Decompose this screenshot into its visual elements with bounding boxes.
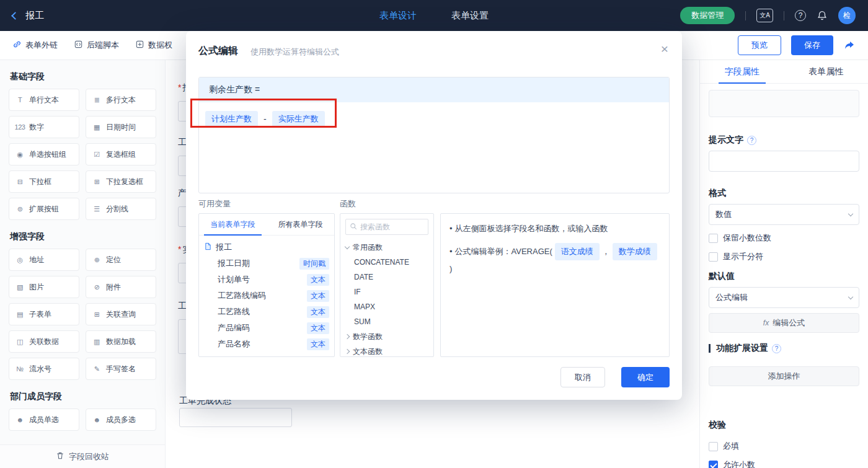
back-group[interactable]: 报工 [12, 10, 44, 22]
field-type-subform[interactable]: ▤子表单 [9, 303, 79, 325]
function-item[interactable]: CONCATENATE [340, 255, 433, 270]
field-type-relation-data[interactable]: ◫关联数据 [9, 330, 79, 353]
function-group-common[interactable]: 常用函数 [340, 240, 433, 255]
field-type-member-single[interactable]: ☻成员单选 [9, 408, 79, 431]
edit-formula-button[interactable]: fx 编辑公式 [709, 313, 859, 333]
tab-all-form-fields[interactable]: 所有表单字段 [267, 214, 334, 235]
tab-form-properties[interactable]: 表单属性 [784, 60, 868, 83]
status-field-input[interactable] [179, 408, 292, 427]
variable-item[interactable]: 产品编码文本 [204, 320, 329, 336]
cancel-button[interactable]: 取消 [560, 367, 605, 387]
form-node[interactable]: 报工 [204, 239, 329, 255]
field-type-label: 子表单 [29, 309, 51, 320]
field-type-single-text[interactable]: T单行文本 [9, 89, 79, 111]
example-field-tag: 数学成绩 [613, 243, 657, 260]
translate-icon[interactable]: 文A [756, 9, 773, 22]
checkbox-unchecked[interactable] [709, 442, 718, 451]
checkbox-unchecked[interactable] [709, 252, 718, 262]
chevron-right-icon [345, 334, 350, 339]
variable-type-badge: 文本 [307, 322, 329, 334]
function-item[interactable]: MAPX [340, 299, 433, 314]
variable-item[interactable]: 工艺路线编码文本 [204, 288, 329, 304]
function-item[interactable]: DATE [340, 270, 433, 285]
format-select[interactable]: 数值 [709, 204, 859, 225]
help-icon[interactable]: ? [795, 10, 806, 21]
allow-decimal-checkbox-row[interactable]: 允许小数 [709, 459, 859, 468]
required-checkbox-row[interactable]: 必填 [709, 441, 859, 452]
required-star: * [178, 82, 181, 92]
field-type-data-load[interactable]: ▥数据加载 [86, 330, 156, 353]
function-group-label: 文本函数 [353, 347, 383, 357]
formula-operand-2[interactable]: 实际生产数 [272, 111, 325, 127]
function-search[interactable] [345, 219, 428, 235]
field-type-datetime[interactable]: ▦日期时间 [86, 116, 156, 138]
checkbox-checked[interactable] [709, 461, 718, 468]
save-button[interactable]: 保存 [791, 35, 833, 55]
variable-item[interactable]: 计划单号文本 [204, 272, 329, 288]
tab-current-form-fields[interactable]: 当前表单字段 [199, 214, 267, 235]
topbar-actions: 数据管理 文A ? 检 [680, 7, 856, 24]
toolbar-item-backend-script[interactable]: 后端脚本 [74, 40, 119, 51]
field-type-location[interactable]: ⊕定位 [86, 249, 156, 271]
function-item[interactable]: SUM [340, 314, 433, 329]
avatar[interactable]: 检 [838, 7, 856, 24]
field-type-label: 分割线 [106, 204, 128, 214]
field-type-checkbox-group[interactable]: ☑复选框组 [86, 143, 156, 166]
field-type-number[interactable]: 123数字 [9, 116, 79, 138]
hint-text-input[interactable] [709, 151, 859, 172]
function-group-text[interactable]: 文本函数 [340, 344, 433, 357]
keep-decimal-checkbox-row[interactable]: 保留小数位数 [709, 232, 859, 244]
help-icon[interactable]: ? [747, 136, 756, 145]
function-group-math[interactable]: 数学函数 [340, 329, 433, 344]
thousand-separator-checkbox-row[interactable]: 显示千分符 [709, 251, 859, 262]
close-icon[interactable]: × [661, 42, 668, 55]
share-icon[interactable] [843, 39, 856, 51]
tab-form-design[interactable]: 表单设计 [379, 10, 417, 22]
field-type-multi-text[interactable]: ≣多行文本 [86, 89, 156, 111]
field-type-serial-number[interactable]: №流水号 [9, 358, 79, 380]
field-type-member-multi[interactable]: ☻成员多选 [86, 408, 156, 431]
variable-type-badge: 时间戳 [299, 258, 329, 270]
field-type-extend-button[interactable]: ⊜扩展按钮 [9, 198, 79, 220]
preview-button[interactable]: 预览 [738, 35, 781, 55]
tab-form-settings[interactable]: 表单设置 [451, 10, 489, 22]
confirm-button[interactable]: 确定 [621, 367, 670, 387]
formula-operand-1[interactable]: 计划生产数 [205, 111, 258, 127]
toolbar-item-external-link[interactable]: 表单外链 [12, 40, 58, 51]
data-manage-button[interactable]: 数据管理 [680, 7, 735, 24]
variables-panel: 当前表单字段 所有表单字段 报工 报工日期时间戳 计划单号文本 工艺路线编码文本… [198, 213, 335, 357]
description-box[interactable] [709, 90, 859, 117]
variable-name: 产品编码 [218, 322, 250, 333]
search-icon [350, 221, 357, 232]
bell-icon[interactable] [817, 10, 828, 21]
field-type-signature[interactable]: ✎手写签名 [86, 358, 156, 380]
back-icon[interactable] [11, 12, 19, 20]
search-input[interactable] [360, 223, 424, 231]
field-type-dropdown-multi[interactable]: ⊞下拉复选框 [86, 170, 156, 193]
help-icon[interactable]: ? [772, 344, 781, 353]
variable-item[interactable]: 产品名称文本 [204, 336, 329, 352]
tab-field-properties[interactable]: 字段属性 [700, 60, 784, 83]
checkbox-unchecked[interactable] [709, 234, 718, 243]
default-value-select[interactable]: 公式编辑 [709, 287, 859, 308]
field-type-label: 日期时间 [106, 122, 136, 133]
function-item[interactable]: IF [340, 285, 433, 299]
field-type-attachment[interactable]: ⊘附件 [86, 276, 156, 298]
add-action-button[interactable]: 添加操作 [709, 366, 859, 386]
field-type-image[interactable]: ▧图片 [9, 276, 79, 298]
formula-editor-area[interactable]: 剩余生产数 = 计划生产数 - 实际生产数 [198, 77, 670, 193]
toolbar-item-data-permission[interactable]: 数据权 [135, 40, 172, 51]
checkbox-icon: ☑ [91, 151, 102, 159]
recycle-icon [56, 451, 64, 462]
field-type-divider[interactable]: ☰分割线 [86, 198, 156, 220]
field-type-radio-group[interactable]: ◉单选按钮组 [9, 143, 79, 166]
field-recycle-bin[interactable]: 字段回收站 [0, 444, 165, 468]
field-type-label: 复选框组 [106, 149, 136, 160]
edit-formula-label: 编辑公式 [773, 317, 805, 329]
form-field-label: 工 [178, 301, 187, 312]
field-type-address[interactable]: ◎地址 [9, 249, 79, 271]
field-type-relation-query[interactable]: ⊞关联查询 [86, 303, 156, 325]
variable-item[interactable]: 工艺路线文本 [204, 304, 329, 320]
field-type-dropdown[interactable]: ⊟下拉框 [9, 170, 79, 193]
variable-item[interactable]: 报工日期时间戳 [204, 255, 329, 272]
